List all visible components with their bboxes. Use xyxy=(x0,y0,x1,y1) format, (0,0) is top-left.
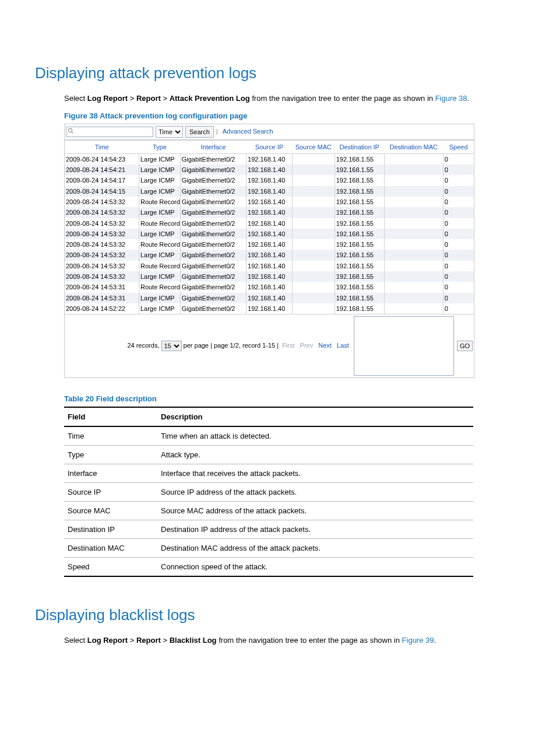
log-cell xyxy=(292,229,335,239)
log-cell xyxy=(292,271,335,282)
log-col-5[interactable]: Destination IP xyxy=(335,140,384,153)
log-cell: 0 xyxy=(443,175,474,186)
log-col-7[interactable]: Speed xyxy=(443,140,474,153)
log-cell xyxy=(292,282,335,292)
log-cell: 192.168.1.40 xyxy=(247,261,293,271)
log-row: 2009-08-24 14:53:31Route RecordGigabitEt… xyxy=(65,282,474,292)
log-cell: 192.168.1.40 xyxy=(247,175,293,186)
page-input[interactable] xyxy=(354,316,454,376)
breadcrumb-3: Blacklist Log xyxy=(170,636,217,645)
log-cell: 0 xyxy=(443,207,474,218)
first-link: First xyxy=(282,342,294,349)
log-col-0[interactable]: Time xyxy=(65,140,139,153)
log-cell: 192.168.1.55 xyxy=(335,282,384,292)
log-cell: 2009-08-24 14:53:32 xyxy=(65,261,139,271)
heading-attack-prevention: Displaying attack prevention logs xyxy=(35,64,521,82)
search-icon xyxy=(68,128,74,134)
svg-point-0 xyxy=(68,128,72,132)
log-cell: 192.168.1.55 xyxy=(335,197,384,207)
text: . xyxy=(467,94,470,103)
log-cell: 0 xyxy=(443,164,474,175)
log-cell: Large ICMP xyxy=(139,207,180,218)
log-row: 2009-08-24 14:54:21Large ICMPGigabitEthe… xyxy=(65,164,474,175)
breadcrumb-3: Attack Prevention Log xyxy=(170,94,250,103)
log-row: 2009-08-24 14:52:22Large ICMPGigabitEthe… xyxy=(65,303,474,314)
log-cell: 2009-08-24 14:54:15 xyxy=(65,186,139,197)
breadcrumb-sep: > xyxy=(130,636,136,645)
log-cell xyxy=(384,207,443,218)
text: from the navigation tree to enter the pa… xyxy=(219,636,402,645)
log-cell xyxy=(384,271,443,282)
log-cell: Route Record xyxy=(139,218,180,229)
log-cell: 0 xyxy=(443,271,474,282)
search-input[interactable] xyxy=(66,127,153,137)
log-row: 2009-08-24 14:54:23Large ICMPGigabitEthe… xyxy=(65,153,474,164)
desc-row: TimeTime when an attack is detected. xyxy=(64,426,473,446)
figure-link-38[interactable]: Figure 38 xyxy=(435,94,467,103)
log-cell: 192.168.1.55 xyxy=(335,175,384,186)
per-page-select[interactable]: 15 xyxy=(161,341,182,351)
desc-cell: Speed xyxy=(64,558,157,577)
desc-cell: Attack type. xyxy=(157,446,473,464)
log-cell: GigabitEthernet0/2 xyxy=(180,153,246,164)
last-link[interactable]: Last xyxy=(337,342,349,349)
log-cell: GigabitEthernet0/2 xyxy=(180,207,246,218)
advanced-search-link[interactable]: Advanced Search xyxy=(223,127,273,135)
log-col-3[interactable]: Source IP xyxy=(247,140,293,153)
log-cell: 2009-08-24 14:53:31 xyxy=(65,293,139,303)
log-cell: 192.168.1.40 xyxy=(247,282,293,292)
log-row: 2009-08-24 14:53:32Route RecordGigabitEt… xyxy=(65,197,474,207)
log-cell: 192.168.1.55 xyxy=(335,293,384,303)
desc-row: Destination IPDestination IP address of … xyxy=(64,520,473,539)
log-table: TimeTypeInterfaceSource IPSource MACDest… xyxy=(65,140,474,314)
log-col-4[interactable]: Source MAC xyxy=(292,140,335,153)
go-button[interactable]: GO xyxy=(457,341,473,351)
log-cell xyxy=(384,164,443,175)
next-link[interactable]: Next xyxy=(318,342,332,349)
desc-cell: Source MAC xyxy=(64,502,157,520)
log-cell: 192.168.1.55 xyxy=(335,261,384,271)
log-cell: 0 xyxy=(443,261,474,271)
log-cell: 2009-08-24 14:53:31 xyxy=(65,282,139,292)
log-cell xyxy=(384,186,443,197)
log-cell: 192.168.1.55 xyxy=(335,164,384,175)
log-cell: Large ICMP xyxy=(139,303,180,314)
log-row: 2009-08-24 14:54:17Large ICMPGigabitEthe… xyxy=(65,175,474,186)
th-field: Field xyxy=(64,407,157,426)
log-cell: 2009-08-24 14:53:32 xyxy=(65,229,139,239)
text: Select xyxy=(64,636,87,645)
log-cell: Large ICMP xyxy=(139,229,180,239)
log-cell: 0 xyxy=(443,186,474,197)
text: Select xyxy=(64,94,87,103)
log-cell: 0 xyxy=(443,282,474,292)
log-cell: GigabitEthernet0/2 xyxy=(180,282,246,292)
log-cell: 192.168.1.40 xyxy=(247,207,293,218)
log-cell: Large ICMP xyxy=(139,153,180,164)
log-col-2[interactable]: Interface xyxy=(180,140,246,153)
figure-link-39[interactable]: Figure 39 xyxy=(402,636,434,645)
log-cell xyxy=(384,229,443,239)
log-cell: 0 xyxy=(443,218,474,229)
log-cell: Route Record xyxy=(139,261,180,271)
breadcrumb-2: Report xyxy=(136,94,161,103)
search-field-select[interactable]: Time xyxy=(156,126,183,138)
log-col-1[interactable]: Type xyxy=(139,140,180,153)
desc-cell: Interface xyxy=(64,464,157,483)
log-cell: GigabitEthernet0/2 xyxy=(180,293,246,303)
log-cell xyxy=(292,175,335,186)
log-row: 2009-08-24 14:53:32Route RecordGigabitEt… xyxy=(65,239,474,250)
log-cell: 0 xyxy=(443,239,474,250)
log-row: 2009-08-24 14:54:15Large ICMPGigabitEthe… xyxy=(65,186,474,197)
log-cell: 192.168.1.40 xyxy=(247,164,293,175)
log-panel: Time Search | Advanced Search TimeTypeIn… xyxy=(64,124,474,379)
log-col-6[interactable]: Destination MAC xyxy=(384,140,443,153)
log-cell: GigabitEthernet0/2 xyxy=(180,164,246,175)
log-row: 2009-08-24 14:53:32Large ICMPGigabitEthe… xyxy=(65,250,474,260)
log-cell: 192.168.1.55 xyxy=(335,271,384,282)
search-button[interactable]: Search xyxy=(185,126,214,138)
desc-cell: Connection speed of the attack. xyxy=(157,558,473,577)
log-cell: GigabitEthernet0/2 xyxy=(180,197,246,207)
breadcrumb-sep: > xyxy=(163,636,169,645)
log-cell: 2009-08-24 14:54:23 xyxy=(65,153,139,164)
table-20-caption: Table 20 Field description xyxy=(64,394,521,403)
